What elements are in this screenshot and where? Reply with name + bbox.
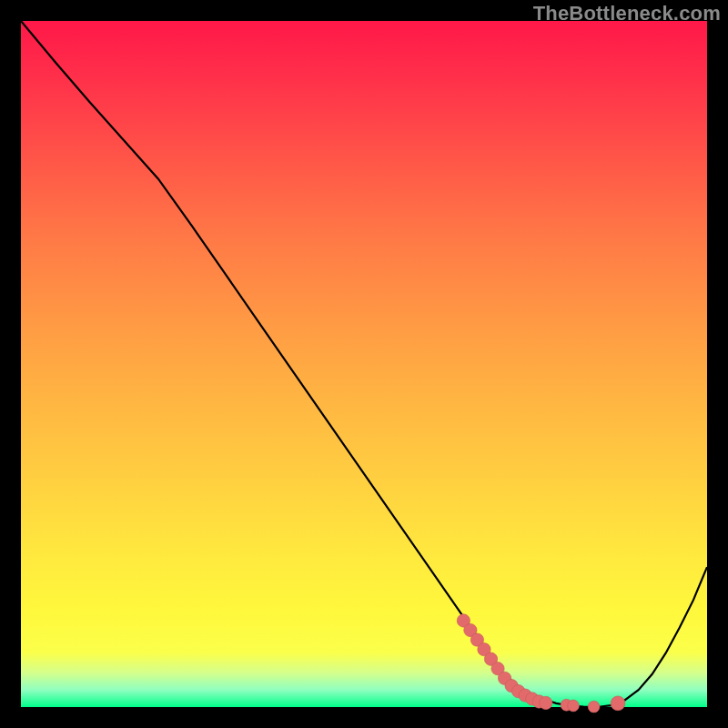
curve-marker <box>568 700 580 712</box>
curve-marker <box>588 701 600 713</box>
curve-marker <box>611 696 625 711</box>
chart-plot-area <box>21 21 707 707</box>
bottleneck-curve <box>21 21 707 707</box>
curve-markers <box>457 614 625 713</box>
curve-line <box>21 21 707 707</box>
watermark-text: TheBottleneck.com <box>533 2 721 25</box>
curve-marker <box>540 696 552 709</box>
